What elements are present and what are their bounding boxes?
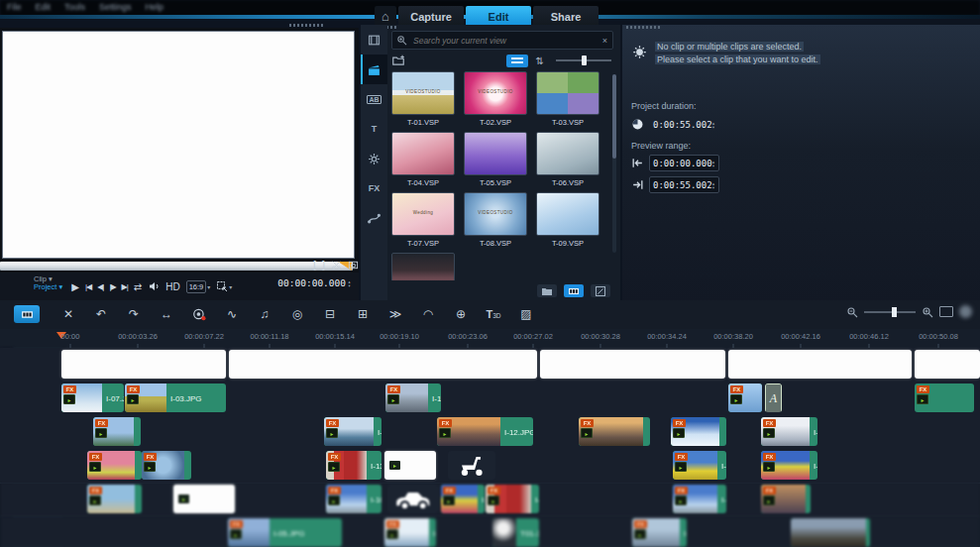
timeline-clip[interactable] — [791, 518, 870, 547]
play-button[interactable]: ▶ — [71, 278, 79, 294]
app-button[interactable] — [959, 305, 972, 318]
end-button[interactable]: ▶| — [122, 278, 128, 294]
fit-project-button[interactable]: ↔ — [156, 304, 177, 324]
home-button[interactable]: |◀ — [85, 278, 91, 294]
timeline-clip[interactable]: FX▸I-0 — [673, 451, 726, 480]
mark-in-button[interactable]: [ — [313, 259, 316, 271]
add-folder-button[interactable] — [391, 54, 405, 67]
template-thumbnail[interactable]: T-04.VSP — [391, 132, 455, 187]
edit-library-button[interactable] — [591, 284, 610, 297]
mask-creator-button[interactable]: ▨ — [515, 304, 537, 324]
timeline-clip[interactable]: FX▸I-13 — [326, 451, 381, 480]
auto-music-button[interactable]: ♫ — [254, 304, 275, 324]
title-clip[interactable] — [915, 350, 980, 379]
clear-search-icon[interactable]: × — [602, 36, 607, 46]
library-tab-media[interactable] — [361, 25, 387, 55]
library-tab-overlays[interactable] — [361, 144, 387, 173]
customize-toolbar-button[interactable]: ✕ — [57, 304, 79, 324]
title-track[interactable] — [0, 348, 980, 383]
search-input[interactable] — [411, 35, 602, 47]
range-start-spinner[interactable]: ▴▾ — [712, 160, 715, 167]
template-thumbnail[interactable]: VIDEOSTUDIOT-02.VSP — [464, 71, 527, 127]
range-end-spinner[interactable]: ▴▾ — [712, 181, 715, 189]
menu-item-file[interactable]: File — [7, 2, 22, 12]
enlarge-preview-button[interactable] — [348, 260, 359, 271]
timeline-clip[interactable]: FX▸I-05.JPG — [228, 518, 342, 547]
range-end-field[interactable]: 0:00:55.002 ▴▾ — [649, 176, 719, 193]
title-clip[interactable]: ▸ — [173, 485, 235, 513]
timeline-view-toggle[interactable] — [14, 305, 40, 323]
menu-item-tools[interactable]: Tools — [64, 2, 85, 12]
graphic-clip[interactable]: A — [765, 383, 782, 412]
title-clip[interactable] — [540, 350, 725, 379]
home-icon[interactable]: ⌂ — [375, 6, 396, 27]
track-motion-button[interactable]: ⊕ — [450, 304, 472, 324]
library-tab-titles[interactable]: T — [361, 114, 387, 144]
painting-creator-button[interactable]: ◠ — [417, 304, 439, 324]
overlay-track-3[interactable]: FX▸▸FX▸I-10FX▸I-FX▸I-FX▸I-FX▸ — [0, 483, 980, 517]
tab-edit[interactable]: Edit — [466, 6, 531, 27]
library-tab-filters[interactable]: FX — [361, 173, 387, 203]
video-track[interactable]: FX▸I-07.JFX▸I-03.JPGFX▸I-11FX▸AFX▸ — [0, 382, 980, 416]
library-tab-motion-paths[interactable] — [361, 203, 387, 233]
timeline-clip[interactable]: FX▸ — [761, 485, 811, 513]
timeline-clip[interactable]: FX▸I- — [761, 417, 817, 446]
overlay-track-2[interactable]: FX▸FX▸FX▸I-13▸FX▸I-0FX▸I- — [0, 449, 980, 484]
zoom-out-icon[interactable] — [846, 306, 858, 318]
aspect-ratio-button[interactable]: 16:9▾ — [186, 278, 211, 294]
timeline-clip[interactable]: FX▸I- — [632, 518, 687, 547]
zoom-in-icon[interactable] — [922, 306, 933, 318]
template-thumbnail[interactable]: VIDEOSTUDIOT-08.VSP — [464, 192, 527, 248]
mark-out-button[interactable]: ] — [322, 259, 325, 271]
timeline-clip[interactable]: FX▸I- — [486, 485, 539, 513]
timeline-zoom-slider[interactable] — [864, 311, 916, 313]
hd-button[interactable]: HD — [165, 278, 179, 294]
overlay-track-4[interactable]: FX▸I-05.JPGFX▸I-T01-3FX▸I- — [0, 516, 980, 547]
subtitle-editor-button[interactable]: ⊟ — [319, 304, 341, 324]
timeline-clip[interactable]: FX▸I- — [761, 451, 817, 480]
split-clip-button[interactable] — [331, 260, 342, 271]
title-clip[interactable] — [229, 350, 537, 379]
panel-drag-handle[interactable] — [626, 26, 660, 29]
title-clip[interactable] — [61, 350, 226, 379]
timeline-clip[interactable]: FX▸I- — [441, 485, 485, 513]
overlay-track-1[interactable]: FX▸FX▸I-0FX▸I-12.JPGFX▸FX▸FX▸I- — [0, 415, 980, 450]
graphic-clip[interactable] — [387, 485, 439, 513]
timeline-clip[interactable]: FX▸ — [87, 485, 142, 513]
redo-button[interactable]: ↷ — [123, 304, 145, 324]
motion-tracking-button[interactable]: ◎ — [286, 304, 308, 324]
template-thumbnail[interactable]: T-06.VSP — [536, 132, 599, 187]
menu-item-settings[interactable]: Settings — [99, 2, 132, 12]
tab-capture[interactable]: Capture — [398, 6, 464, 27]
template-thumbnail[interactable]: VIDEOSTUDIOT-01.VSP — [391, 71, 455, 127]
template-thumbnail[interactable]: WeddingT-07.VSP — [391, 192, 455, 248]
3d-title-button[interactable]: T3D — [483, 304, 504, 324]
duration-spinner[interactable]: ▴▾ — [712, 121, 715, 129]
library-view-button[interactable] — [564, 284, 584, 297]
timeline-clip[interactable]: FX▸ — [142, 451, 191, 480]
timeline-clip[interactable]: FX▸ — [671, 417, 726, 446]
slider-handle[interactable] — [892, 307, 897, 317]
record-capture-button[interactable] — [188, 304, 210, 324]
library-scrollbar[interactable] — [612, 74, 616, 253]
timeline-clip[interactable]: FX▸ — [87, 451, 142, 480]
template-thumbnail[interactable]: T-05.VSP — [464, 132, 527, 187]
previous-frame-button[interactable]: ◀| — [97, 278, 103, 294]
clip-mode-button[interactable]: Clip ▾ — [34, 274, 53, 303]
timeline-clip[interactable]: FX▸I- — [384, 518, 436, 547]
library-tab-transitions[interactable]: AB — [361, 84, 387, 114]
graphic-clip[interactable] — [448, 451, 495, 480]
repeat-button[interactable]: ⇄ — [134, 278, 142, 294]
menu-item-help[interactable]: Help — [146, 2, 164, 12]
timeline-clip[interactable]: FX▸I-03.JPG — [125, 383, 226, 412]
pan-zoom-button[interactable]: ▾ — [216, 278, 232, 294]
preview-timecode[interactable]: 00:00:00.000 ▴▾ — [277, 277, 351, 288]
timeline-clip[interactable]: FX▸ — [579, 417, 650, 446]
fit-timeline-button[interactable] — [939, 306, 953, 317]
template-thumbnail[interactable]: T-03.VSP — [536, 71, 599, 127]
sound-mixer-button[interactable]: ∿ — [221, 304, 243, 324]
speed-button[interactable]: ≫ — [384, 304, 406, 324]
timeline-clip[interactable]: FX▸ — [728, 383, 762, 412]
timecode-spinner[interactable]: ▴▾ — [348, 279, 351, 287]
timeline-clip[interactable]: FX▸ — [93, 417, 141, 446]
